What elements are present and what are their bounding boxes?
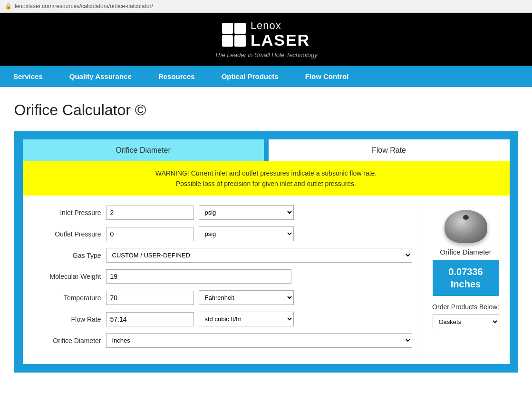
logo-grid: [222, 23, 246, 47]
order-label: Order Products Below:: [432, 303, 499, 311]
nav-resources[interactable]: Resources: [145, 66, 208, 87]
lock-icon: 🔒: [5, 3, 12, 10]
gas-type-label: Gas Type: [30, 252, 101, 259]
nav-optical-products[interactable]: Optical Products: [208, 66, 292, 87]
nav-services[interactable]: Services: [0, 66, 56, 87]
outlet-pressure-input[interactable]: [106, 227, 194, 241]
logo-lenox: Lenox: [251, 20, 310, 31]
flow-rate-input[interactable]: [106, 312, 194, 326]
outlet-pressure-row: Outlet Pressure psigpsiabarMPa: [30, 226, 412, 241]
inlet-pressure-unit[interactable]: psigpsiabarMPa: [199, 205, 294, 220]
temperature-label: Temperature: [30, 294, 101, 302]
outlet-pressure-label: Outlet Pressure: [30, 230, 101, 238]
result-unit: Inches: [442, 278, 490, 290]
molecular-weight-row: Molecular Weight: [30, 269, 412, 284]
nav-quality-assurance[interactable]: Quality Assurance: [56, 66, 145, 87]
warning-line1: WARNING! Current inlet and outlet pressu…: [32, 168, 500, 178]
orifice-diameter-label: Orifice Diameter: [30, 337, 101, 344]
tab-row: Orifice Diameter Flow Rate: [23, 139, 510, 161]
warning-line2: Possible loss of precision for given inl…: [32, 178, 500, 189]
flow-rate-row: Flow Rate std cubic ft/hrstd cubic ft/mi…: [30, 312, 412, 326]
right-panel: Orifice Diameter 0.07336 Inches Order Pr…: [422, 205, 503, 354]
result-value-box: 0.07336 Inches: [433, 260, 499, 296]
flow-rate-label: Flow Rate: [30, 315, 101, 323]
logo-laser: LASER: [251, 31, 310, 49]
main-content: Orifice Calculator © Orifice Diameter Fl…: [5, 87, 528, 397]
orifice-diameter-row: Orifice Diameter InchesMillimeters: [30, 333, 412, 348]
temperature-unit[interactable]: FahrenheitCelsiusKelvin: [199, 290, 294, 305]
orifice-diameter-select[interactable]: InchesMillimeters: [106, 333, 412, 348]
main-nav: Services Quality Assurance Resources Opt…: [0, 66, 532, 87]
molecular-weight-input[interactable]: [106, 269, 291, 284]
result-value: 0.07336: [442, 265, 490, 278]
warning-banner: WARNING! Current inlet and outlet pressu…: [23, 161, 510, 196]
nav-flow-control[interactable]: Flow Control: [292, 66, 362, 87]
site-header: Lenox LASER The Leader in Small Hole Tec…: [0, 13, 532, 66]
page-title: Orifice Calculator ©: [14, 101, 518, 119]
form-area: Inlet Pressure psigpsiabarMPa Outlet Pre…: [23, 196, 510, 364]
orifice-image: [445, 210, 487, 243]
logo[interactable]: Lenox LASER: [222, 20, 310, 49]
gas-type-select[interactable]: CUSTOM / USER-DEFINED Air Nitrogen Oxyge…: [106, 248, 412, 263]
temperature-input[interactable]: [106, 291, 194, 305]
temperature-row: Temperature FahrenheitCelsiusKelvin: [30, 290, 412, 305]
logo-text: Lenox LASER: [251, 20, 310, 49]
flow-rate-unit[interactable]: std cubic ft/hrstd cubic ft/minstd L/min: [199, 312, 294, 326]
form-fields: Inlet Pressure psigpsiabarMPa Outlet Pre…: [30, 205, 412, 354]
inlet-pressure-input[interactable]: [106, 206, 194, 220]
order-select[interactable]: Gaskets Orifice Plates Fittings: [433, 315, 499, 329]
tab-orifice-diameter[interactable]: Orifice Diameter: [23, 139, 264, 161]
tagline: The Leader in Small Hole Technology: [214, 51, 317, 59]
inlet-pressure-label: Inlet Pressure: [30, 209, 101, 216]
calculator-container: Orifice Diameter Flow Rate WARNING! Curr…: [14, 131, 518, 373]
outlet-pressure-unit[interactable]: psigpsiabarMPa: [199, 226, 294, 241]
tab-flow-rate[interactable]: Flow Rate: [269, 139, 510, 161]
address-bar: 🔒 lenoxlaser.com/resources/calculators/o…: [0, 0, 532, 13]
molecular-weight-label: Molecular Weight: [30, 273, 101, 280]
url-text: lenoxlaser.com/resources/calculators/ori…: [15, 3, 153, 10]
gas-type-row: Gas Type CUSTOM / USER-DEFINED Air Nitro…: [30, 248, 412, 263]
inlet-pressure-row: Inlet Pressure psigpsiabarMPa: [30, 205, 412, 220]
result-label: Orifice Diameter: [440, 248, 491, 256]
